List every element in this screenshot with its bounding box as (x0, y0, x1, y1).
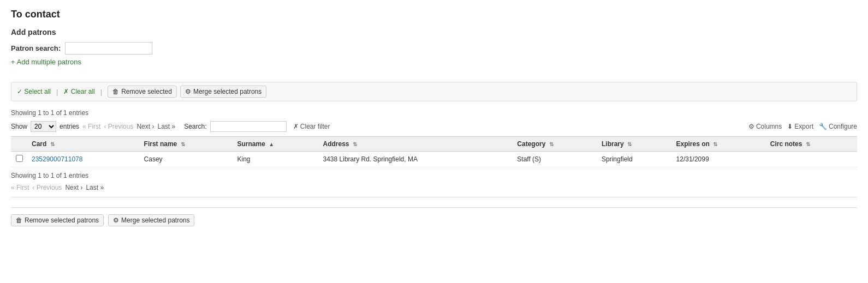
showing-entries-top: Showing 1 to 1 of 1 entries (11, 109, 857, 117)
last-link-top[interactable]: Last » (157, 123, 175, 130)
sort-icon-first-name: ⇅ (181, 141, 185, 147)
col-expires-on[interactable]: Expires on ⇅ (672, 137, 766, 152)
row-category: Staff (S) (513, 152, 597, 167)
clear-all-link[interactable]: ✗ Clear all (63, 88, 94, 95)
sort-icon-card: ⇅ (50, 141, 55, 147)
toolbar-separator-2: | (100, 88, 102, 96)
row-expires-on: 12/31/2099 (672, 152, 766, 167)
add-patrons-title: Add patrons (11, 28, 857, 37)
export-label: Export (794, 123, 813, 130)
row-select-checkbox[interactable] (16, 155, 23, 162)
toolbar-separator-1: | (56, 88, 58, 96)
row-surname: King (233, 152, 319, 167)
col-category[interactable]: Category ⇅ (513, 137, 597, 152)
patrons-table: Card ⇅ First name ⇅ Surname ▲ Address ⇅ … (11, 136, 857, 167)
next-link-top[interactable]: Next › (136, 123, 154, 130)
col-library[interactable]: Library ⇅ (597, 137, 672, 152)
export-link[interactable]: ⬇ Export (787, 123, 813, 130)
sort-icon-surname: ▲ (269, 141, 274, 147)
remove-selected-label: Remove selected (121, 88, 172, 95)
col-card[interactable]: Card ⇅ (27, 137, 140, 152)
configure-link[interactable]: 🔧 Configure (819, 123, 857, 130)
bottom-merge-label: Merge selected patrons (121, 216, 189, 224)
bottom-actions: 🗑 Remove selected patrons ⚙ Merge select… (11, 207, 857, 226)
col-checkbox (11, 137, 27, 152)
page-title: To contact (11, 9, 857, 20)
card-link[interactable]: 23529000711078 (32, 155, 82, 163)
table-header-row: Card ⇅ First name ⇅ Surname ▲ Address ⇅ … (11, 137, 857, 152)
last-link-bottom[interactable]: Last » (86, 184, 104, 191)
bottom-remove-button[interactable]: 🗑 Remove selected patrons (11, 214, 104, 226)
add-multiple-patrons-link[interactable]: + Add multiple patrons (11, 58, 81, 66)
row-circ-notes (766, 152, 857, 167)
col-address[interactable]: Address ⇅ (319, 137, 513, 152)
next-link-bottom[interactable]: Next › (65, 184, 82, 191)
show-label: Show (11, 123, 27, 130)
merge-selected-button[interactable]: ⚙ Merge selected patrons (180, 86, 266, 98)
toolbar: ✓ Select all | ✗ Clear all | 🗑 Remove se… (11, 82, 857, 101)
patron-search-label: Patron search: (11, 44, 61, 52)
divider (11, 197, 857, 197)
select-all-link[interactable]: ✓ Select all (17, 88, 51, 95)
entries-select[interactable]: 10 20 50 100 (31, 121, 56, 132)
col-circ-notes[interactable]: Circ notes ⇅ (766, 137, 857, 152)
previous-link-bottom[interactable]: ‹ Previous (32, 184, 62, 191)
search-input-top[interactable] (210, 121, 287, 132)
bottom-remove-label: Remove selected patrons (25, 216, 99, 224)
showing-entries-bottom: Showing 1 to 1 of 1 entries (11, 172, 857, 179)
columns-link[interactable]: ⚙ Columns (748, 123, 782, 130)
entries-label: entries (60, 123, 79, 130)
bottom-remove-icon: 🗑 (16, 216, 22, 224)
sort-icon-library: ⇅ (627, 141, 632, 147)
merge-icon: ⚙ (185, 88, 191, 95)
search-label-top: Search: (184, 123, 206, 130)
patron-search-input[interactable] (65, 42, 152, 55)
row-first-name: Casey (140, 152, 233, 167)
table-row: 23529000711078 Casey King 3438 Library R… (11, 152, 857, 167)
row-checkbox[interactable] (11, 152, 27, 167)
configure-icon: 🔧 (819, 123, 827, 130)
remove-icon: 🗑 (112, 88, 119, 95)
bottom-merge-icon: ⚙ (113, 216, 119, 224)
first-link-bottom[interactable]: « First (11, 184, 29, 191)
add-patrons-section: Add patrons Patron search: + Add multipl… (11, 28, 857, 74)
pagination-bottom: « First ‹ Previous Next › Last » (11, 184, 857, 191)
col-surname[interactable]: Surname ▲ (233, 137, 319, 152)
col-first-name[interactable]: First name ⇅ (140, 137, 233, 152)
pagination-top: Show 10 20 50 100 entries « First ‹ Prev… (11, 121, 857, 132)
previous-link-top[interactable]: ‹ Previous (104, 123, 133, 130)
export-icon: ⬇ (787, 123, 793, 130)
bottom-merge-button[interactable]: ⚙ Merge selected patrons (108, 214, 194, 226)
sort-icon-category: ⇅ (549, 141, 554, 147)
sort-icon-address: ⇅ (353, 141, 357, 147)
row-address: 3438 Library Rd. Springfield, MA (319, 152, 513, 167)
columns-label: Columns (756, 123, 782, 130)
merge-selected-label: Merge selected patrons (193, 88, 261, 95)
clear-filter-link[interactable]: ✗ Clear filter (293, 123, 330, 130)
configure-label: Configure (829, 123, 857, 130)
row-card: 23529000711078 (27, 152, 140, 167)
row-library: Springfield (597, 152, 672, 167)
sort-icon-expires-on: ⇅ (713, 141, 717, 147)
first-link-top[interactable]: « First (82, 123, 100, 130)
right-actions: ⚙ Columns ⬇ Export 🔧 Configure (748, 123, 857, 130)
columns-icon: ⚙ (748, 123, 754, 130)
sort-icon-circ-notes: ⇅ (806, 141, 810, 147)
remove-selected-button[interactable]: 🗑 Remove selected (108, 86, 177, 98)
